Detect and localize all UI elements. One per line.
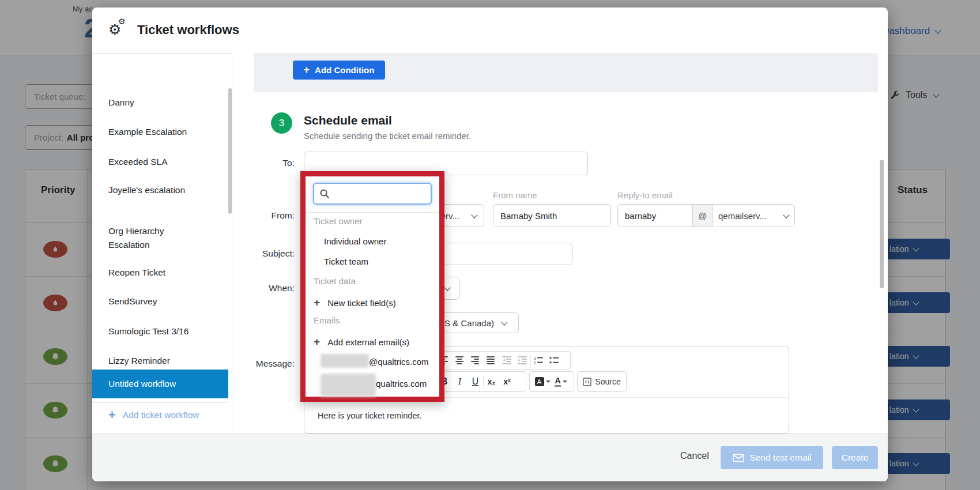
sidebar-item-lizzy-reminder[interactable]: Lizzy Reminder [92,354,225,368]
editor-toolbar-color-group: A A [529,371,574,392]
subscript-icon[interactable]: x₂ [484,372,499,391]
reply-domain-value: qemailserv... [718,211,767,221]
create-button[interactable]: Create [832,446,878,469]
sidebar-item-example-escalation[interactable]: Example Escalation [92,125,225,139]
modal-scrollbar-thumb[interactable] [880,160,884,288]
plus-icon: + [108,410,116,420]
source-label: Source [595,377,620,386]
plus-icon: + [314,336,320,348]
sidebar-item-untitled-workflow-selected[interactable]: Untitled workflow [92,370,228,398]
indent-increase-icon[interactable] [515,352,530,369]
source-button[interactable]: Source [583,377,620,386]
reply-to-input[interactable] [617,204,693,227]
option-email-1[interactable]: @qualtrics.com [369,357,429,367]
sidebar-item-reopen-ticket[interactable]: Reopen Ticket [92,266,225,280]
option-email-2[interactable]: qualtrics.com [376,379,427,389]
group-header-ticket-data: Ticket data [314,276,356,286]
step-number-badge: 3 [271,112,292,134]
dropdown-search-input[interactable] [330,184,431,203]
new-ticket-field-label: New ticket field(s) [327,298,395,308]
svg-text:1: 1 [534,356,536,360]
search-icon [319,189,330,199]
caret-down-icon [546,380,551,383]
reply-to-email-label: Reply-to email [617,190,673,200]
indent-decrease-icon[interactable] [499,352,515,369]
from-name-label: From name [493,190,537,200]
action-new-ticket-field[interactable]: + New ticket field(s) [314,296,396,309]
add-external-email-label: Add external email(s) [327,337,409,347]
ticket-workflows-modal: ⚙⚙ Ticket workflows Danny Example Escala… [92,7,888,481]
from-name-input[interactable] [493,204,611,227]
chevron-down-icon [444,284,450,291]
step-subtitle: Schedule sending the ticket email remind… [304,131,471,141]
sidebar-item-sendsurvey[interactable]: SendSurvey [92,295,225,308]
option-individual-owner[interactable]: Individual owner [324,236,386,246]
cancel-button[interactable]: Cancel [680,451,709,461]
add-ticket-workflow-label: Add ticket workflow [123,410,199,420]
message-body-text[interactable]: Here is your ticket reminder. [318,411,422,420]
svg-text:2: 2 [534,361,536,364]
conditions-section: + Add Condition [254,53,878,92]
editor-toolbar-alignment-group: 12 [436,351,571,370]
when-label: When: [254,283,295,293]
caret-down-icon [563,380,567,383]
step-title: Schedule email [304,114,392,127]
editor-toolbar-source-group: Source [577,371,627,392]
envelope-icon [733,454,744,462]
align-right-icon[interactable] [468,352,483,369]
group-header-ticket-owner: Ticket owner [314,216,362,226]
redacted-email-name [321,374,376,397]
add-ticket-workflow-button[interactable]: + Add ticket workflow [108,410,199,420]
align-justify-icon[interactable] [483,352,499,369]
italic-icon[interactable]: I [452,372,468,391]
sidebar-divider [92,402,228,403]
subject-label: Subject: [254,248,295,259]
modal-footer: Cancel Send test email Create [92,434,888,481]
editor-toolbar-format-group: B I U x₂ x² [436,371,526,392]
source-code-icon [583,378,591,386]
chevron-down-icon [783,212,789,218]
redacted-email-name [321,354,369,368]
chevron-down-icon [501,319,507,325]
align-center-icon[interactable] [452,352,468,369]
add-condition-label: Add Condition [315,65,374,75]
workflow-sidebar: Danny Example Escalation Exceeded SLA Jo… [92,53,232,434]
sidebar-item-danny[interactable]: Danny [92,96,225,110]
sidebar-scrollbar-thumb[interactable] [228,88,232,214]
sidebar-item-sumologic-test[interactable]: Sumologic Test 3/16 [92,325,225,338]
plus-icon: + [314,296,320,308]
create-label: Create [842,453,869,463]
superscript-icon[interactable]: x² [499,372,515,391]
group-header-emails: Emails [314,315,340,325]
at-sign: @ [698,211,707,221]
background-color-icon[interactable]: A [533,372,552,391]
text-color-letter: A [555,376,560,387]
action-add-external-email[interactable]: + Add external email(s) [314,336,409,348]
option-ticket-team[interactable]: Ticket team [324,257,368,266]
send-test-email-label: Send test email [750,453,812,463]
underline-icon[interactable]: U [468,372,483,391]
chevron-down-icon [471,212,477,218]
at-sign-separator: @ [692,204,713,227]
screen: My ac 2 Dashboard Tools Ticket queue: Pr… [0,0,980,490]
text-color-icon[interactable]: A [552,372,570,391]
plus-icon: + [304,64,310,76]
gears-icon: ⚙⚙ [108,20,130,40]
sidebar-item-exceeded-sla[interactable]: Exceeded SLA [92,155,225,169]
from-label: From: [254,210,295,221]
ordered-list-icon[interactable]: 12 [531,352,546,369]
message-label: Message: [254,359,295,369]
add-condition-button[interactable]: + Add Condition [293,61,385,80]
bullet-list-icon[interactable] [546,352,562,369]
to-label: To: [254,158,295,168]
send-test-email-button[interactable]: Send test email [721,446,823,469]
sidebar-item-org-hierarchy-escalation[interactable]: Org Hierarchy Escalation [92,224,196,252]
dropdown-divider [306,212,439,213]
modal-title: Ticket workflows [137,22,239,37]
recipient-dropdown-highlighted: Ticket owner Individual owner Ticket tea… [300,171,444,402]
sidebar-item-joyelles-escalation[interactable]: Joyelle's escalation [92,183,190,197]
dropdown-search-box [313,183,432,205]
modal-header: ⚙⚙ Ticket workflows [108,20,239,40]
background-color-letter: A [535,377,544,386]
reply-domain-select[interactable]: qemailserv... [712,204,795,227]
